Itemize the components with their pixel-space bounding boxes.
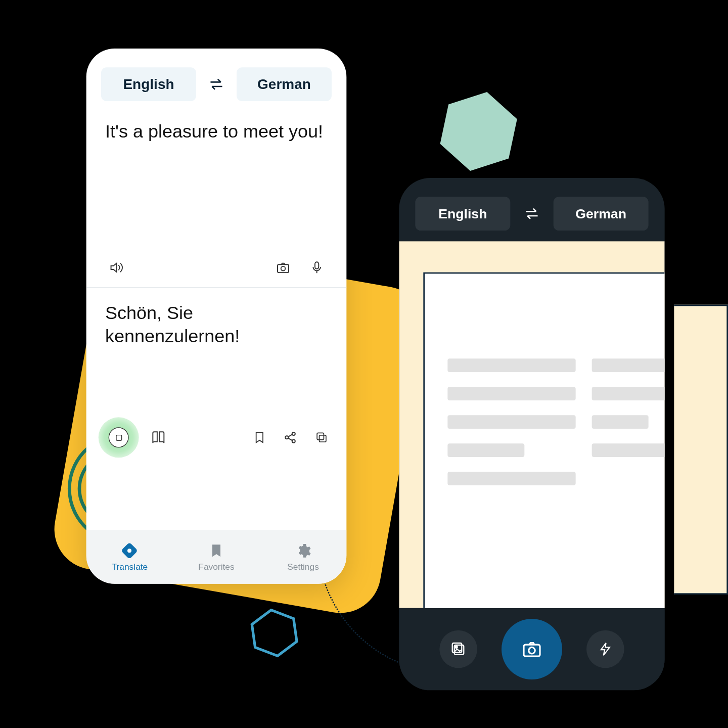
translator-phone: English German It's a pleasure to meet y…: [86, 49, 347, 584]
swap-icon: [208, 75, 225, 93]
camera-footer: [399, 608, 664, 691]
tab-favorites-label: Favorites: [198, 561, 234, 571]
dictionary-button[interactable]: [150, 429, 167, 446]
stop-icon: [116, 434, 122, 440]
tab-translate[interactable]: Translate: [96, 542, 163, 571]
share-icon: [283, 430, 298, 445]
document-preview: [423, 272, 664, 608]
favorites-icon: [208, 542, 224, 559]
svg-point-2: [281, 266, 286, 271]
svg-rect-3: [315, 262, 318, 268]
camera-swap-button[interactable]: [518, 200, 545, 227]
output-toolbar: [86, 419, 347, 457]
svg-rect-1: [278, 264, 289, 272]
flash-icon: [598, 642, 613, 656]
decorative-hexagon-teal: [435, 87, 522, 175]
copy-button[interactable]: [313, 429, 331, 446]
document-text-placeholder: [447, 358, 664, 485]
capture-button[interactable]: [502, 619, 562, 679]
svg-rect-7: [320, 435, 326, 442]
tab-settings-label: Settings: [287, 561, 319, 571]
camera-language-row: English German: [399, 178, 664, 241]
swap-icon: [523, 205, 541, 222]
divider: [86, 287, 347, 288]
source-text-area[interactable]: It's a pleasure to meet you!: [86, 111, 347, 252]
svg-marker-16: [250, 607, 298, 659]
target-language-button[interactable]: German: [237, 67, 332, 101]
microphone-icon: [309, 260, 324, 275]
decorative-hexagon-blue: [248, 607, 301, 659]
language-selector-row: English German: [86, 49, 347, 111]
share-button[interactable]: [282, 429, 299, 446]
tab-favorites[interactable]: Favorites: [183, 542, 250, 571]
translation-output: Schön, Sie kennenzulernen!: [86, 292, 347, 413]
camera-icon: [521, 639, 543, 660]
svg-point-15: [529, 647, 535, 653]
bottom-tabbar: Translate Favorites Settings: [86, 530, 347, 584]
decorative-doc-back: [674, 305, 728, 595]
svg-rect-8: [317, 433, 324, 439]
camera-icon: [276, 260, 290, 275]
tab-translate-label: Translate: [112, 561, 148, 571]
gallery-button[interactable]: [439, 630, 477, 668]
svg-rect-14: [524, 645, 540, 656]
flash-button[interactable]: [586, 630, 624, 668]
tab-settings[interactable]: Settings: [269, 542, 337, 571]
speak-button[interactable]: [105, 257, 127, 279]
stop-playback-button[interactable]: [99, 417, 139, 458]
camera-input-button[interactable]: [272, 257, 294, 279]
gallery-icon: [450, 641, 467, 657]
bookmark-button[interactable]: [251, 429, 268, 446]
copy-icon: [315, 431, 329, 444]
bookmark-icon: [253, 430, 266, 445]
svg-point-13: [456, 646, 458, 648]
camera-viewport: [399, 241, 664, 608]
svg-marker-0: [436, 87, 521, 175]
input-toolbar: [86, 252, 347, 283]
svg-point-10: [127, 549, 131, 553]
camera-target-language-button[interactable]: German: [554, 197, 649, 231]
camera-source-language-button[interactable]: English: [415, 197, 510, 231]
swap-languages-button[interactable]: [203, 71, 230, 98]
book-icon: [151, 430, 166, 445]
settings-icon: [295, 542, 311, 559]
translate-icon: [121, 542, 138, 559]
speaker-icon: [109, 260, 123, 275]
voice-input-button[interactable]: [306, 257, 328, 279]
camera-translator-phone: English German: [399, 178, 664, 690]
source-language-button[interactable]: English: [101, 67, 196, 101]
